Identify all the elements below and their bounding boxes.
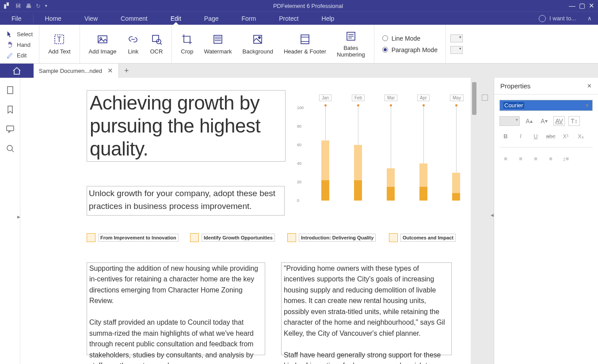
menu-page[interactable]: Page (193, 12, 230, 25)
properties-title: Properties (500, 82, 530, 90)
font-select[interactable]: Courier▾ (499, 100, 593, 111)
expand-props-toggle[interactable]: ◀ (491, 213, 494, 217)
comments-icon[interactable] (6, 125, 15, 133)
i-want-to[interactable]: I want to... (549, 15, 576, 22)
list-style-1[interactable] (450, 34, 463, 42)
menu-protect[interactable]: Protect (267, 12, 310, 25)
search-icon[interactable] (6, 144, 15, 153)
month-label: May (450, 95, 464, 101)
menu-home[interactable]: Home (34, 12, 73, 25)
para-right[interactable]: "Providing home owners with these types … (281, 262, 452, 355)
y-tick: 80 (297, 124, 301, 129)
save-icon[interactable]: 💾︎ (15, 3, 21, 9)
svg-rect-4 (152, 35, 159, 42)
select-tool[interactable]: Select (6, 29, 33, 39)
maximize-button[interactable]: ▢ (579, 2, 585, 10)
month-label: Jan (319, 95, 331, 101)
chart: 020406080100JanFebMarAprMay (293, 95, 488, 209)
grow-font-button[interactable]: A▴ (523, 116, 535, 126)
bold-button[interactable]: B (499, 131, 512, 141)
subscript-button[interactable]: X₁ (575, 131, 587, 141)
menu-help[interactable]: Help (310, 12, 346, 25)
ocr-button[interactable]: OCR (147, 31, 165, 57)
section-1[interactable]: From Improvement to Innovation (87, 233, 179, 242)
expand-sidebar[interactable]: ▶ (17, 215, 20, 219)
crop-button[interactable]: Crop (178, 31, 196, 57)
document-tab[interactable]: Sample Documen...nded ✕ (34, 64, 119, 78)
menu-form[interactable]: Form (230, 12, 268, 25)
document-tab-label: Sample Documen...nded (39, 68, 102, 74)
line-mode-radio[interactable]: Line Mode (382, 35, 438, 42)
minimize-button[interactable]: — (569, 2, 575, 10)
document-canvas[interactable]: Achieving growth by pursuing the highest… (20, 78, 471, 364)
menu-edit[interactable]: Edit (159, 12, 193, 25)
bates-numbering-button[interactable]: Bates Numbering (334, 28, 368, 60)
bookmarks-icon[interactable] (6, 105, 15, 114)
bar (419, 163, 427, 201)
y-tick: 60 (297, 143, 301, 147)
close-button[interactable]: ✕ (589, 2, 594, 10)
bar (387, 168, 395, 201)
header-footer-button[interactable]: Header & Footer (281, 31, 329, 57)
link-button[interactable]: Link (124, 31, 142, 57)
para-left[interactable]: Supporting the addition of new housing w… (87, 262, 265, 355)
add-image-button[interactable]: Add Image (86, 31, 119, 57)
close-properties-button[interactable]: ✕ (587, 83, 592, 89)
month-label: Feb (352, 95, 365, 101)
superscript-button[interactable]: X¹ (560, 131, 572, 141)
paragraph-mode-radio[interactable]: Paragraph Mode (382, 46, 438, 53)
section-4[interactable]: Outcomes and Impact (389, 233, 456, 242)
section-3[interactable]: Introduction: Delivering Quality (287, 233, 376, 242)
scrollbar-thumb[interactable] (472, 82, 476, 115)
edit-tool[interactable]: Edit (6, 50, 27, 61)
y-tick: 40 (297, 161, 301, 166)
collapse-ribbon-button[interactable]: ∧ (579, 15, 592, 22)
svg-rect-11 (8, 87, 13, 94)
redo-icon[interactable]: ↻ (36, 3, 41, 9)
svg-point-13 (7, 145, 12, 151)
svg-rect-12 (7, 126, 14, 131)
menu-view[interactable]: View (73, 12, 109, 25)
new-tab-button[interactable]: + (119, 64, 134, 78)
y-tick: 20 (297, 180, 301, 184)
bar (354, 145, 362, 201)
y-tick: 100 (297, 106, 304, 110)
close-tab-button[interactable]: ✕ (107, 67, 113, 75)
hand-tool[interactable]: Hand (6, 39, 30, 50)
menu-file[interactable]: File (0, 12, 33, 25)
shrink-font-button[interactable]: A▾ (538, 116, 550, 126)
svg-rect-9 (301, 35, 309, 44)
line-spacing-button[interactable]: ↕≡ (560, 154, 572, 163)
properties-panel: Properties ✕ Courier▾ A▴ A▾ AV T↕ B I U … (494, 78, 598, 364)
svg-text:T: T (57, 36, 61, 43)
home-tab[interactable] (0, 64, 34, 78)
svg-point-8 (258, 36, 261, 39)
chart-checkbox[interactable] (482, 95, 488, 101)
watermark-button[interactable]: Watermark (201, 31, 234, 57)
thumbnails-icon[interactable] (6, 86, 15, 95)
app-menu-icon[interactable]: ▮▘ (4, 3, 11, 9)
italic-button[interactable]: I (514, 131, 527, 141)
align-left-button[interactable]: ≡ (499, 154, 512, 163)
list-style-2[interactable] (450, 46, 463, 54)
align-center-button[interactable]: ≡ (514, 154, 527, 163)
background-button[interactable]: Background (240, 31, 276, 57)
month-label: Mar (385, 95, 397, 101)
align-justify-button[interactable]: ≡ (545, 154, 557, 163)
underline-button[interactable]: U (529, 131, 542, 141)
dropdown-icon[interactable]: ▾ (45, 4, 47, 8)
app-title: PDFelement 6 Professional (47, 3, 569, 9)
char-spacing-button[interactable]: AV (553, 116, 565, 126)
add-text-button[interactable]: T Add Text (46, 31, 73, 57)
subtitle-text-block[interactable]: Unlock growth for your company, adopt th… (87, 186, 285, 216)
bar (452, 173, 460, 201)
menu-comment[interactable]: Comment (109, 12, 159, 25)
text-direction-button[interactable]: T↕ (568, 116, 580, 126)
print-icon[interactable]: 🖶 (26, 3, 31, 9)
align-right-button[interactable]: ≡ (529, 154, 542, 163)
font-size-select[interactable] (499, 116, 520, 126)
y-tick: 0 (297, 198, 299, 203)
heading-text-block[interactable]: Achieving growth by pursuing the highest… (87, 90, 286, 162)
section-2[interactable]: Identify Growth Opportunities (190, 233, 275, 242)
strike-button[interactable]: abc (545, 131, 557, 141)
